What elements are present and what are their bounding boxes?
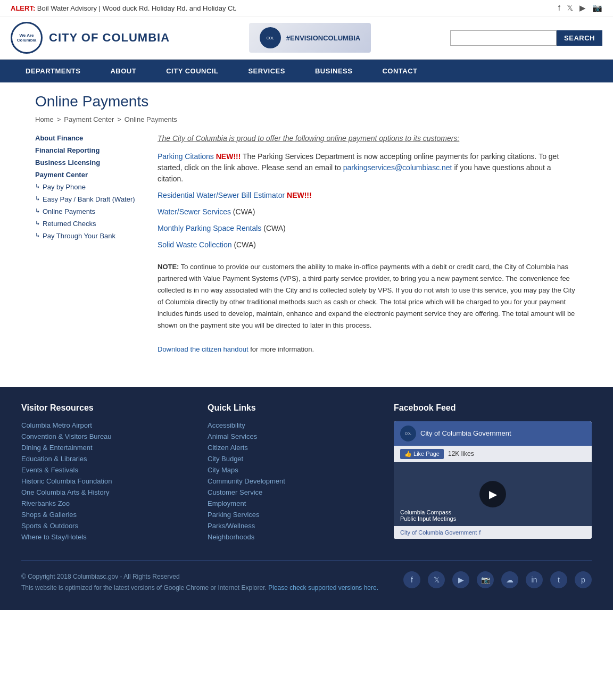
footer-employment[interactable]: Employment [208,499,372,507]
browser-link[interactable]: Please check supported versions here. [268,584,378,591]
footer-tumblr-icon[interactable]: t [550,571,567,588]
instagram-icon-top[interactable]: 📷 [592,3,602,13]
footer-columbia-airport[interactable]: Columbia Metro Airport [21,421,186,429]
nav-services[interactable]: SERVICES [233,60,300,82]
city-name: CITY OF COLUMBIA [49,31,170,45]
social-icons-top: f 𝕏 ▶ 📷 [558,3,602,13]
envision-seal: COL [260,27,281,48]
footer-events[interactable]: Events & Festivals [21,466,186,474]
footer-community-dev[interactable]: Community Development [208,477,372,485]
payment-item-parking-rentals: Monthly Parking Space Rentals (CWA) [158,223,578,234]
water-sewer-suffix: (CWA) [233,207,255,216]
footer-instagram-icon[interactable]: 📷 [477,571,494,588]
breadcrumb-payment-center[interactable]: Payment Center [64,115,114,123]
sidebar: About Finance Financial Reporting Busine… [35,134,142,355]
sidebar-online-payments[interactable]: Online Payments [35,207,142,215]
payment-item-parking: Parking Citations NEW!!! The Parking Ser… [158,151,578,185]
search-area: SEARCH [450,30,602,46]
footer-youtube-icon[interactable]: ▶ [452,571,469,588]
footer-one-columbia[interactable]: One Columbia Arts & History [21,488,186,496]
footer-neighborhoods[interactable]: Neighborhoods [208,533,372,541]
visitor-resources-heading: Visitor Resources [21,403,186,413]
sidebar-pay-through-bank[interactable]: Pay Through Your Bank [35,232,142,240]
fb-page-name: City of Columbia Government [420,429,511,437]
footer-customer-service[interactable]: Customer Service [208,488,372,496]
water-sewer-link[interactable]: Water/Sewer Services [158,207,231,216]
parking-rentals-link[interactable]: Monthly Parking Space Rentals [158,224,261,232]
footer-facebook-icon[interactable]: f [403,571,420,588]
footer-sports[interactable]: Sports & Outdoors [21,522,186,530]
sidebar-easy-pay[interactable]: Easy Pay / Bank Draft (Water) [35,195,142,203]
social-icons-bottom: f 𝕏 ▶ 📷 ☁ in t p [403,571,592,588]
sidebar-about-finance[interactable]: About Finance [35,134,142,142]
payment-item-solid-waste: Solid Waste Collection (CWA) [158,239,578,251]
fb-video-label: Columbia CompassPublic Input Meetings [400,509,456,522]
footer-historic[interactable]: Historic Columbia Foundation [21,477,186,485]
footer-accessibility[interactable]: Accessibility [208,421,372,429]
footer-columns: Visitor Resources Columbia Metro Airport… [21,403,592,544]
download-handout-link[interactable]: Download the citizen handout [158,345,248,353]
footer-citizen-alerts[interactable]: Citizen Alerts [208,444,372,452]
nav-city-council[interactable]: CITY COUNCIL [151,60,233,82]
main-layout: About Finance Financial Reporting Busine… [35,134,578,355]
facebook-feed-col: Facebook Feed COL City of Columbia Gover… [394,403,592,544]
nav-contact[interactable]: CONTACT [367,60,432,82]
play-button-icon[interactable]: ▶ [479,481,506,507]
copyright-text: © Copyright 2018 Columbiasc.gov - All Ri… [21,571,378,583]
fb-footer-name: City of Columbia Government [400,529,477,536]
footer-where-to-stay[interactable]: Where to Stay/Hotels [21,533,186,541]
sidebar-returned-checks[interactable]: Returned Checks [35,220,142,228]
footer-riverbanks[interactable]: Riverbanks Zoo [21,499,186,507]
main-content: The City of Columbia is proud to offer t… [158,134,578,355]
twitter-icon-top[interactable]: 𝕏 [567,3,573,13]
footer-city-maps[interactable]: City Maps [208,466,372,474]
parking-email[interactable]: parkingservices@columbiasc.net [343,163,452,172]
facebook-frame: COL City of Columbia Government 👍 Like P… [394,421,592,539]
parking-citations-link[interactable]: Parking Citations [158,152,214,161]
logo-area: We Are Columbia CITY OF COLUMBIA [11,22,170,54]
solid-waste-link[interactable]: Solid Waste Collection [158,240,232,249]
footer-convention-bureau[interactable]: Convention & Visitors Bureau [21,432,186,440]
note-text: To continue to provide our customers the… [158,263,575,329]
facebook-icon-top[interactable]: f [558,3,560,13]
sidebar-payment-center[interactable]: Payment Center [35,171,142,179]
fb-video-thumb[interactable]: ▶ Columbia CompassPublic Input Meetings [394,462,592,526]
note-label: NOTE: [158,263,179,271]
sidebar-financial-reporting[interactable]: Financial Reporting [35,146,142,154]
fb-like-button[interactable]: 👍 Like Page [400,449,444,459]
footer-linkedin-icon[interactable]: in [526,571,543,588]
breadcrumb: Home > Payment Center > Online Payments [35,115,578,123]
footer-parking-services[interactable]: Parking Services [208,511,372,519]
footer-pinterest-icon[interactable]: p [575,571,592,588]
footer-city-budget[interactable]: City Budget [208,455,372,463]
breadcrumb-online-payments[interactable]: Online Payments [125,115,177,123]
footer-parks-wellness[interactable]: Parks/Wellness [208,522,372,530]
footer-dining[interactable]: Dining & Entertainment [21,444,186,452]
footer-animal-services[interactable]: Animal Services [208,432,372,440]
footer-twitter-icon[interactable]: 𝕏 [428,571,445,588]
nav-about[interactable]: ABOUT [95,60,151,82]
water-sewer-estimator-link[interactable]: Residential Water/Sewer Bill Estimator [158,191,285,199]
parking-badge: NEW!!! [216,152,241,161]
search-input[interactable] [450,30,557,46]
breadcrumb-home[interactable]: Home [35,115,54,123]
parking-rentals-suffix: (CWA) [263,224,285,232]
alert-message: Boil Water Advisory | Wood duck Rd. Holi… [37,4,237,12]
footer-shops[interactable]: Shops & Galleries [21,511,186,519]
main-nav: DEPARTMENTS ABOUT CITY COUNCIL SERVICES … [0,60,613,82]
solid-waste-suffix: (CWA) [234,240,255,249]
nav-business[interactable]: BUSINESS [300,60,367,82]
page-title: Online Payments [35,93,578,110]
search-button[interactable]: SEARCH [557,30,602,46]
footer-education[interactable]: Education & Libraries [21,455,186,463]
download-suffix: for more information. [250,345,314,353]
sidebar-pay-by-phone[interactable]: Pay by Phone [35,183,142,191]
note-box: NOTE: To continue to provide our custome… [158,261,578,355]
youtube-icon-top[interactable]: ▶ [579,3,586,13]
sidebar-business-licensing[interactable]: Business Licensing [35,159,142,166]
browser-note: This website is optimized for the latest… [21,582,378,594]
nav-departments[interactable]: DEPARTMENTS [11,60,95,82]
footer-soundcloud-icon[interactable]: ☁ [501,571,518,588]
footer-bottom: © Copyright 2018 Columbiasc.gov - All Ri… [21,560,592,594]
visitor-resources-col: Visitor Resources Columbia Metro Airport… [21,403,186,544]
